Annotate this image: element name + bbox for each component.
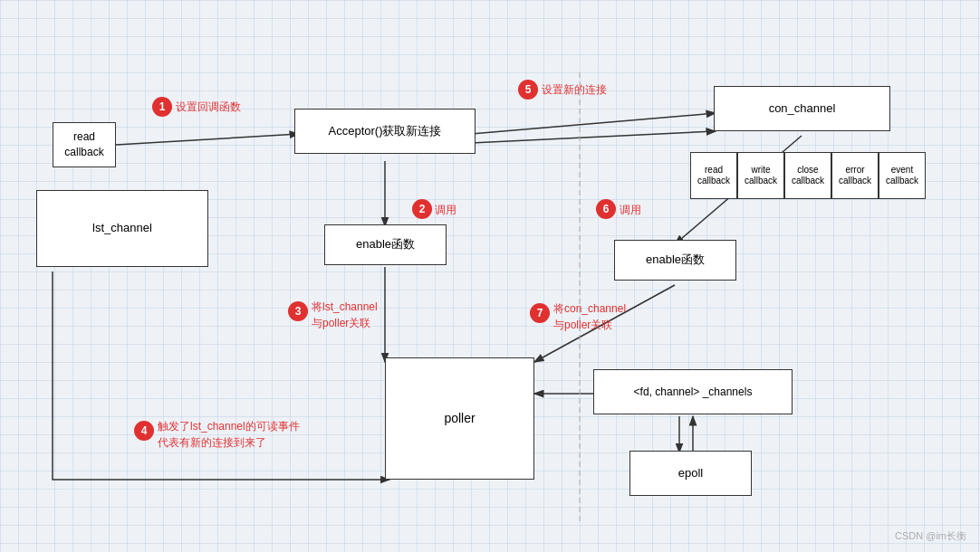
- lst-channel-label: lst_channel: [92, 220, 152, 236]
- step2-label: 调用: [435, 203, 456, 218]
- step4-circle: 4: [134, 421, 154, 441]
- event-cb-box: eventcallback: [879, 152, 926, 199]
- error-cb-label: errorcallback: [839, 165, 871, 186]
- svg-line-5: [471, 131, 716, 143]
- con-channel-label: con_channel: [769, 100, 836, 117]
- write-cb-box: writecallback: [737, 152, 784, 199]
- step3-circle: 3: [288, 301, 308, 321]
- error-cb-box: errorcallback: [831, 152, 879, 199]
- step6-circle: 6: [596, 199, 616, 219]
- enable2-box: enable函数: [614, 240, 736, 281]
- step7-label: 将con_channel与poller关联: [553, 300, 626, 333]
- watermark: CSDN @im长衡: [895, 529, 966, 543]
- step5-label: 设置新的连接: [542, 82, 607, 98]
- step4-label: 触发了lst_channel的可读事件代表有新的连接到来了: [158, 418, 300, 451]
- poller-label: poller: [444, 410, 475, 428]
- svg-line-2: [116, 134, 299, 145]
- read-cb-label: readcallback: [697, 165, 730, 186]
- read-cb-box: readcallback: [690, 152, 737, 199]
- poller-box: poller: [385, 357, 534, 480]
- close-cb-box: closecallback: [784, 152, 831, 199]
- fd-channels-box: <fd, channel> _channels: [593, 369, 793, 414]
- write-cb-label: writecallback: [745, 165, 777, 186]
- step1-circle: 1: [152, 97, 172, 117]
- enable2-label: enable函数: [646, 252, 705, 268]
- step5-circle: 5: [518, 80, 538, 100]
- epoll-box: epoll: [629, 451, 752, 496]
- enable1-label: enable函数: [356, 236, 415, 252]
- step7-circle: 7: [530, 303, 550, 323]
- step3-label: 将lst_channel与poller关联: [312, 299, 378, 331]
- epoll-label: epoll: [678, 465, 703, 481]
- read-callback-box: read callback: [53, 122, 116, 167]
- step1-label: 设置回调函数: [176, 100, 241, 115]
- enable1-box: enable函数: [324, 224, 447, 265]
- acceptor-label: Acceptor()获取新连接: [329, 123, 442, 139]
- read-callback-label: read callback: [64, 129, 103, 160]
- event-cb-label: eventcallback: [886, 165, 918, 186]
- diagram-container: read callback lst_channel Acceptor()获取新连…: [0, 0, 980, 552]
- svg-line-4: [471, 113, 716, 134]
- lst-channel-box: lst_channel: [36, 190, 208, 267]
- con-channel-box: con_channel: [714, 86, 890, 131]
- close-cb-label: closecallback: [792, 165, 824, 186]
- step6-label: 调用: [620, 203, 641, 218]
- fd-channels-label: <fd, channel> _channels: [634, 385, 753, 400]
- step2-circle: 2: [412, 199, 432, 219]
- acceptor-box: Acceptor()获取新连接: [294, 109, 476, 154]
